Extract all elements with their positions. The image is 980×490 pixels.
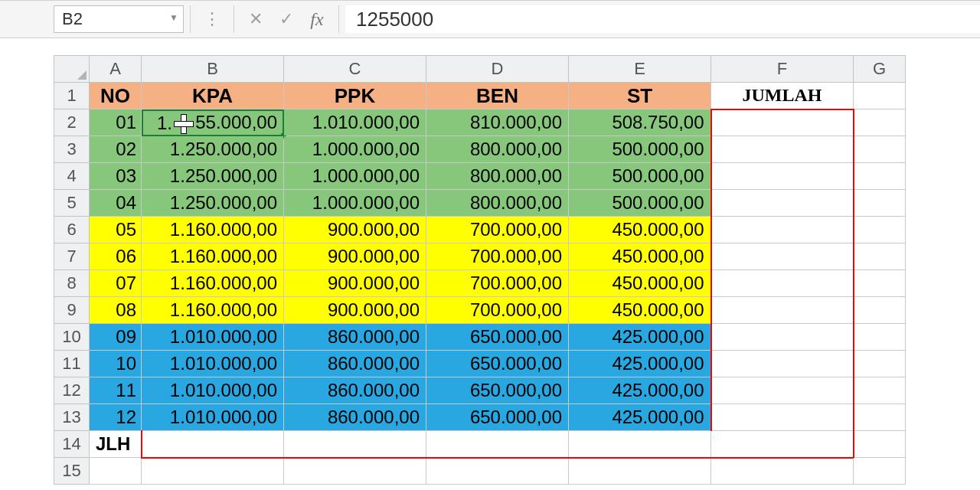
cell-D7[interactable]: 700.000,00 — [426, 243, 569, 270]
cell-A13[interactable]: 12 — [90, 404, 142, 431]
cell-A3[interactable]: 02 — [90, 136, 142, 163]
row-header-3[interactable]: 3 — [54, 136, 90, 163]
cell-G14[interactable] — [854, 431, 906, 458]
cell-D3[interactable]: 800.000,00 — [426, 136, 569, 163]
cell-D14[interactable] — [426, 431, 569, 458]
cell-D4[interactable]: 800.000,00 — [426, 163, 569, 190]
cell-C1[interactable]: PPK — [284, 83, 426, 109]
formula-input[interactable]: 1255000 — [345, 5, 980, 33]
cell-F6[interactable] — [711, 217, 854, 243]
cell-B11[interactable]: 1.010.000,00 — [142, 351, 284, 377]
cell-D15[interactable] — [426, 458, 569, 485]
cell-F2[interactable] — [711, 109, 854, 136]
cell-B2[interactable]: 55.000,001. — [142, 109, 284, 136]
cell-D8[interactable]: 700.000,00 — [426, 270, 569, 297]
cell-A1[interactable]: NO — [90, 83, 142, 109]
cell-A14[interactable]: JLH — [90, 431, 142, 458]
cell-A2[interactable]: 01 — [90, 109, 142, 136]
row-header-8[interactable]: 8 — [54, 270, 90, 297]
col-header-F[interactable]: F — [711, 56, 854, 83]
cell-A4[interactable]: 03 — [90, 163, 142, 190]
spreadsheet-grid[interactable]: A B C D E F G 1 NO KPA PPK BEN ST JUMLAH… — [54, 55, 980, 485]
cell-G11[interactable] — [854, 351, 906, 377]
col-header-C[interactable]: C — [284, 56, 426, 83]
cell-C6[interactable]: 900.000,00 — [284, 217, 426, 243]
cell-D10[interactable]: 650.000,00 — [426, 324, 569, 351]
cell-B13[interactable]: 1.010.000,00 — [142, 404, 284, 431]
cell-F8[interactable] — [711, 270, 854, 297]
cell-E11[interactable]: 425.000,00 — [569, 351, 711, 377]
cell-F14[interactable] — [711, 431, 854, 458]
cell-G3[interactable] — [854, 136, 906, 163]
cell-E2[interactable]: 508.750,00 — [569, 109, 711, 136]
cell-D13[interactable]: 650.000,00 — [426, 404, 569, 431]
cell-C3[interactable]: 1.000.000,00 — [284, 136, 426, 163]
cell-B6[interactable]: 1.160.000,00 — [142, 217, 284, 243]
cell-B7[interactable]: 1.160.000,00 — [142, 243, 284, 270]
cell-E1[interactable]: ST — [569, 83, 711, 109]
cell-B14[interactable] — [142, 431, 284, 458]
row-header-9[interactable]: 9 — [54, 297, 90, 324]
name-box[interactable]: B2 ▼ — [54, 5, 184, 33]
cell-D9[interactable]: 700.000,00 — [426, 297, 569, 324]
cell-B10[interactable]: 1.010.000,00 — [142, 324, 284, 351]
col-header-A[interactable]: A — [90, 56, 142, 83]
dots-icon[interactable]: ⋮ — [197, 5, 227, 33]
cell-F11[interactable] — [711, 351, 854, 377]
cell-G4[interactable] — [854, 163, 906, 190]
cell-C10[interactable]: 860.000,00 — [284, 324, 426, 351]
cell-A10[interactable]: 09 — [90, 324, 142, 351]
cell-C8[interactable]: 900.000,00 — [284, 270, 426, 297]
cell-F10[interactable] — [711, 324, 854, 351]
cell-E15[interactable] — [569, 458, 711, 485]
col-header-G[interactable]: G — [854, 56, 906, 83]
cell-E5[interactable]: 500.000,00 — [569, 190, 711, 217]
cell-B4[interactable]: 1.250.000,00 — [142, 163, 284, 190]
cell-G13[interactable] — [854, 404, 906, 431]
cell-F7[interactable] — [711, 243, 854, 270]
cancel-icon[interactable]: ✕ — [240, 5, 271, 33]
cell-D6[interactable]: 700.000,00 — [426, 217, 569, 243]
cell-G12[interactable] — [854, 377, 906, 404]
cell-F5[interactable] — [711, 190, 854, 217]
select-all-corner[interactable] — [54, 56, 90, 83]
row-header-4[interactable]: 4 — [54, 163, 90, 190]
row-header-14[interactable]: 14 — [54, 431, 90, 458]
cell-F4[interactable] — [711, 163, 854, 190]
cell-B5[interactable]: 1.250.000,00 — [142, 190, 284, 217]
row-header-2[interactable]: 2 — [54, 109, 90, 136]
cell-E6[interactable]: 450.000,00 — [569, 217, 711, 243]
cell-B15[interactable] — [142, 458, 284, 485]
cell-C9[interactable]: 900.000,00 — [284, 297, 426, 324]
cell-D2[interactable]: 810.000,00 — [426, 109, 569, 136]
cell-B3[interactable]: 1.250.000,00 — [142, 136, 284, 163]
cell-C2[interactable]: 1.010.000,00 — [284, 109, 426, 136]
cell-E12[interactable]: 425.000,00 — [569, 377, 711, 404]
cell-E8[interactable]: 450.000,00 — [569, 270, 711, 297]
cell-B8[interactable]: 1.160.000,00 — [142, 270, 284, 297]
cell-C5[interactable]: 1.000.000,00 — [284, 190, 426, 217]
row-header-15[interactable]: 15 — [54, 458, 90, 485]
cell-A15[interactable] — [90, 458, 142, 485]
cell-E3[interactable]: 500.000,00 — [569, 136, 711, 163]
row-header-13[interactable]: 13 — [54, 404, 90, 431]
cell-B1[interactable]: KPA — [142, 83, 284, 109]
cell-F12[interactable] — [711, 377, 854, 404]
cell-E13[interactable]: 425.000,00 — [569, 404, 711, 431]
cell-F15[interactable] — [711, 458, 854, 485]
cell-G10[interactable] — [854, 324, 906, 351]
row-header-7[interactable]: 7 — [54, 243, 90, 270]
row-header-12[interactable]: 12 — [54, 377, 90, 404]
cell-C4[interactable]: 1.000.000,00 — [284, 163, 426, 190]
cell-A5[interactable]: 04 — [90, 190, 142, 217]
cell-D1[interactable]: BEN — [426, 83, 569, 109]
cell-A11[interactable]: 10 — [90, 351, 142, 377]
cell-E9[interactable]: 450.000,00 — [569, 297, 711, 324]
cell-G6[interactable] — [854, 217, 906, 243]
cell-A8[interactable]: 07 — [90, 270, 142, 297]
row-header-10[interactable]: 10 — [54, 324, 90, 351]
cell-E7[interactable]: 450.000,00 — [569, 243, 711, 270]
cell-G2[interactable] — [854, 109, 906, 136]
row-header-6[interactable]: 6 — [54, 217, 90, 243]
cell-G7[interactable] — [854, 243, 906, 270]
